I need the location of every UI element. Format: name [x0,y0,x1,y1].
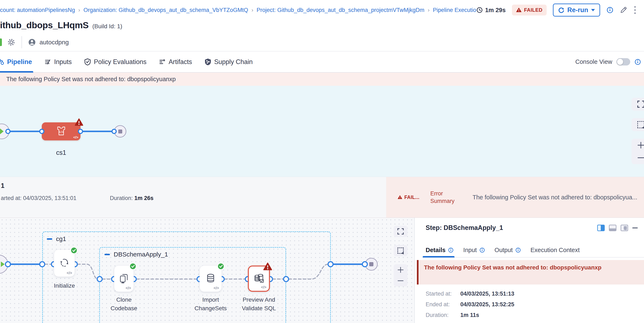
zoom-controls [632,139,644,164]
breadcrumb-pipeline-executions[interactable]: Pipeline Executions [433,7,476,14]
breadcrumb-separator: › [428,7,430,14]
layout-split-horizontal-icon[interactable] [609,225,616,231]
breadcrumb: count: automationPipelinesNg › Organizat… [0,7,476,14]
edit-pencil-icon[interactable] [620,6,627,14]
tab-pipeline[interactable]: Pipeline [0,52,32,72]
stage-graph-canvas[interactable]: </> </> cs1 [0,86,644,177]
detail-row-label: Duration: [426,312,449,318]
step-label-preview-validate-sql: Preview And Validate SQL [239,295,279,312]
error-summary-title: Error Summary [430,190,462,205]
tag-icon [0,39,2,46]
toggle-knob [617,59,623,65]
detail-row-value: 1m 11s [460,312,514,318]
list-plus-icon [159,59,166,65]
breadcrumb-separator: › [251,7,253,14]
zoom-in-button[interactable] [396,267,405,273]
layout-split-vertical-icon[interactable] [597,225,605,231]
tab-supply-chain[interactable]: Supply Chain [204,52,253,72]
code-glyph: </> [126,286,131,290]
title-row: ithub_dbops_LHqmS (Build Id: 1) [0,20,644,34]
marquee-select-control[interactable] [632,118,644,131]
marquee-select-control[interactable] [394,245,408,256]
info-icon[interactable] [634,59,641,65]
code-glyph: </> [67,271,72,275]
code-glyph: </> [214,286,219,290]
status-badge-label: FAILED [524,7,542,13]
gear-icon[interactable] [7,38,16,47]
failed-warning-icon [263,262,272,271]
detail-row-label: Started at: [426,290,449,297]
step-panel-tabs: Details Input Output [426,243,644,257]
stage-duration: Duration: 1m 26s [110,195,154,201]
layout-floating-icon[interactable] [620,225,628,231]
minimize-panel-icon[interactable] [632,227,638,228]
stage-error-summary: FAIL... Error Summary The following Poli… [386,177,644,218]
tab-label: Policy Evaluations [94,58,146,66]
info-icon[interactable] [606,7,614,14]
step-node-import-changesets[interactable]: </> [200,265,222,292]
breadcrumb-separator: › [78,7,80,14]
tab-artifacts[interactable]: Artifacts [159,52,192,72]
inputs-icon [44,59,51,65]
kebab-menu-icon[interactable] [634,6,636,15]
stage-name-label: cs1 [42,149,80,156]
breadcrumb-account[interactable]: count: automationPipelinesNg [0,7,75,14]
fullscreen-icon [396,228,405,234]
active-tab-underline [423,256,454,257]
tab-label: Output [494,247,513,253]
step-node-initialize[interactable]: </> [54,250,75,277]
zoom-out-button[interactable] [634,154,644,161]
triggered-by: autocdpng [28,38,69,47]
tab-label: Artifacts [169,58,192,66]
tab-label: Supply Chain [214,58,253,66]
zoom-in-button[interactable] [634,142,644,149]
console-view-toggle[interactable] [616,58,630,66]
elapsed-time: 1m 29s [476,7,506,14]
step-node-preview-validate-sql[interactable]: </> [248,265,270,292]
divider [22,36,22,48]
tab-label: Inputs [54,58,72,66]
step-panel-header: Step: DBSchemaApply_1 [426,224,638,232]
top-bar: count: automationPipelinesNg › Organizat… [0,0,644,20]
meta-row: autocdpng [0,34,644,51]
zoom-out-button[interactable] [396,278,405,284]
info-icon[interactable] [479,247,485,253]
fullscreen-control[interactable] [394,226,408,237]
bottom-split: cg1 DBSchemaApply_1 [0,218,644,323]
tabs-bar: Pipeline Inputs Policy Evaluations Art [0,51,644,73]
tab-policy-evaluations[interactable]: Policy Evaluations [84,52,146,72]
pipeline-execution-page: count: automationPipelinesNg › Organizat… [0,0,644,323]
info-icon[interactable] [448,247,454,253]
detail-row-value: 04/03/2025, 13:51:13 [460,290,514,297]
marquee-select-icon [396,247,405,254]
policy-violation-banner: The following Policy Set was not adhered… [0,73,644,86]
page-title: ithub_dbops_LHqmS [0,20,88,30]
stage-started-at: arted at: 04/03/2025, 13:51:01 [1,195,76,201]
fullscreen-control[interactable] [632,98,644,111]
collapse-minus-icon[interactable] [47,238,52,240]
panel-layout-controls [597,225,638,231]
tab-execution-context[interactable]: Execution Context [530,243,580,257]
tab-output[interactable]: Output [494,243,521,257]
zoom-controls [394,264,408,286]
execution-graph-canvas[interactable]: cg1 DBSchemaApply_1 [0,218,415,323]
step-node-clone-codebase[interactable]: </> [114,265,134,292]
stage-node-cs1[interactable]: </> </> [42,122,80,140]
tab-details[interactable]: Details [426,243,454,257]
breadcrumb-project[interactable]: Project: Github_db_devops_aut_db_schema_… [256,7,424,14]
elapsed-time-value: 1m 29s [485,7,506,14]
rerun-button[interactable]: Re-run [553,4,600,17]
fail-chip-label: FAIL... [404,195,420,200]
fail-chip: FAIL... [398,195,420,200]
build-id: (Build Id: 1) [92,23,122,30]
warning-triangle-icon [516,8,522,13]
tab-input[interactable]: Input [463,243,485,257]
collapse-minus-icon[interactable] [104,254,110,255]
tab-inputs[interactable]: Inputs [44,52,72,72]
active-tab-underline [0,71,33,73]
sync-icon [59,257,70,269]
breadcrumb-organization[interactable]: Organization: Github_db_devops_aut_db_sc… [83,7,248,14]
refresh-icon [558,7,564,13]
info-icon[interactable] [515,247,521,253]
group-dbschemaapply-header: DBSchemaApply_1 [104,251,168,258]
